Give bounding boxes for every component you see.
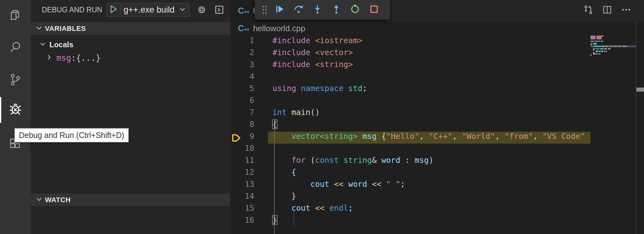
- chevron-right-icon: [46, 54, 53, 62]
- code-text: vector<string> msg {"Hello", "C++", "Wor…: [272, 130, 585, 142]
- code-editor[interactable]: 1#include <iostream>2#include <vector>3#…: [230, 35, 591, 234]
- step-into-button[interactable]: [308, 2, 327, 18]
- restart-button[interactable]: [346, 2, 365, 18]
- step-out-icon: [331, 4, 341, 15]
- divider: [120, 5, 120, 15]
- line-number[interactable]: 7: [230, 106, 254, 118]
- code-line[interactable]: 12 {: [230, 166, 591, 178]
- start-debug-icon[interactable]: [109, 5, 118, 14]
- section-title: VARIABLES: [45, 25, 86, 33]
- continue-icon: [275, 4, 285, 15]
- chevron-down-icon: [179, 6, 186, 14]
- cpp-file-icon: C++: [238, 24, 249, 33]
- line-number[interactable]: 6: [230, 94, 254, 106]
- line-number[interactable]: 11: [230, 154, 254, 166]
- line-number[interactable]: 8: [230, 118, 254, 130]
- editor-group: C++ helloworld.cpp C++ helloworld.cpp: [230, 0, 644, 234]
- line-number[interactable]: 2: [230, 47, 254, 59]
- scope-label: Locals: [49, 40, 73, 49]
- section-title: WATCH: [45, 196, 71, 204]
- scrollbar-handle[interactable]: [636, 88, 644, 92]
- chevron-down-icon: [36, 25, 42, 33]
- launch-config-dropdown[interactable]: g++.exe build: [107, 3, 189, 17]
- variable-name: msg: [56, 53, 71, 63]
- line-number[interactable]: 15: [230, 202, 254, 214]
- toolbar-gripper[interactable]: [260, 2, 269, 18]
- line-number[interactable]: 16: [230, 214, 254, 226]
- code-line[interactable]: 10: [230, 142, 591, 154]
- continue-button[interactable]: [270, 2, 289, 18]
- stop-icon: [369, 4, 379, 15]
- active-view-indicator: [0, 97, 1, 123]
- code-line[interactable]: 9 vector<string> msg {"Hello", "C++", "W…: [230, 130, 591, 142]
- cpp-file-icon: C++: [238, 7, 249, 15]
- search-icon: [8, 40, 23, 56]
- line-number[interactable]: 12: [230, 166, 254, 178]
- current-execution-pointer-icon: [232, 133, 241, 144]
- minimap[interactable]: [591, 0, 636, 199]
- editor-sash[interactable]: [636, 21, 636, 234]
- code-line[interactable]: 6: [230, 94, 591, 106]
- sidebar-header: DEBUG AND RUN g++.exe build: [31, 0, 230, 20]
- breadcrumb-label: helloworld.cpp: [253, 24, 305, 33]
- line-number[interactable]: 4: [230, 71, 254, 83]
- watch-section-header[interactable]: WATCH: [31, 193, 230, 207]
- code-text: cout << endl;: [272, 202, 353, 214]
- code-line[interactable]: 8{: [230, 118, 591, 130]
- code-text: cout << word << " ";: [272, 178, 405, 190]
- variable-separator: :: [71, 53, 76, 63]
- sidebar-item-source-control[interactable]: [0, 68, 31, 93]
- code-line[interactable]: 1#include <iostream>: [230, 35, 591, 47]
- git-branch-icon: [8, 72, 23, 88]
- code-text: #include <vector>: [272, 47, 353, 59]
- code-text: {: [272, 166, 296, 178]
- sidebar-item-run-and-debug[interactable]: [0, 97, 31, 122]
- activity-bar: [0, 0, 31, 234]
- debug-console-icon[interactable]: [214, 4, 225, 15]
- step-into-icon: [312, 4, 322, 15]
- code-text: #include <string>: [272, 59, 353, 71]
- variables-section-header[interactable]: VARIABLES: [31, 22, 230, 35]
- variable-row-msg[interactable]: msg: {...}: [46, 52, 101, 64]
- code-line[interactable]: 16}: [230, 214, 591, 226]
- code-line[interactable]: 15 cout << endl;: [230, 202, 591, 214]
- code-text: {: [272, 118, 277, 130]
- launch-config-label: g++.exe build: [124, 5, 175, 15]
- debug-toolbar: [255, 0, 390, 20]
- code-line[interactable]: 5using namespace std;: [230, 83, 591, 94]
- code-line[interactable]: 14 }: [230, 190, 591, 202]
- line-number[interactable]: 3: [230, 59, 254, 71]
- code-line[interactable]: 3#include <string>: [230, 59, 591, 71]
- code-text: for (const string& word : msg): [272, 154, 434, 166]
- code-text: }: [272, 190, 296, 202]
- tooltip: Debug and Run (Ctrl+Shift+D): [14, 128, 129, 142]
- locals-scope-row[interactable]: Locals: [39, 38, 73, 51]
- sidebar-item-search[interactable]: [0, 35, 31, 60]
- sidebar-item-explorer[interactable]: [0, 3, 31, 28]
- files-icon: [8, 8, 23, 24]
- code-line[interactable]: 2#include <vector>: [230, 47, 591, 59]
- code-text: #include <iostream>: [272, 35, 362, 47]
- code-line[interactable]: 11 for (const string& word : msg): [230, 154, 591, 166]
- code-line[interactable]: 7int main(): [230, 106, 591, 118]
- indent-guide: [294, 211, 294, 226]
- step-over-icon: [294, 4, 304, 15]
- line-number[interactable]: 14: [230, 190, 254, 202]
- sidebar-title: DEBUG AND RUN: [42, 6, 102, 14]
- line-number[interactable]: 1: [230, 35, 254, 47]
- variable-value: {...}: [76, 53, 101, 63]
- breadcrumb[interactable]: C++ helloworld.cpp: [230, 21, 644, 35]
- code-line[interactable]: 4: [230, 71, 591, 83]
- code-text: }: [272, 214, 277, 226]
- step-out-button[interactable]: [327, 2, 346, 18]
- bug-icon: [8, 101, 23, 118]
- code-line[interactable]: 13 cout << word << " ";: [230, 178, 591, 190]
- line-number[interactable]: 13: [230, 178, 254, 190]
- stop-button[interactable]: [365, 2, 384, 18]
- chevron-down-icon: [36, 196, 42, 204]
- tooltip-text: Debug and Run (Ctrl+Shift+D): [19, 131, 124, 140]
- step-over-button[interactable]: [289, 2, 308, 18]
- gear-icon[interactable]: [196, 4, 207, 15]
- line-number[interactable]: 5: [230, 83, 254, 94]
- code-text: int main(): [272, 106, 320, 118]
